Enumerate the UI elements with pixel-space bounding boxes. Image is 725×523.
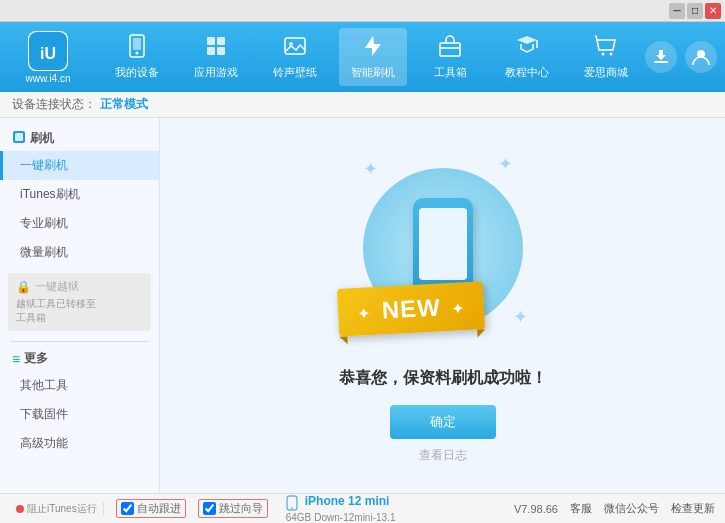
svg-rect-5 bbox=[207, 37, 215, 45]
svg-point-14 bbox=[601, 53, 604, 56]
sparkle-1: ✦ bbox=[363, 158, 378, 180]
svg-rect-7 bbox=[207, 47, 215, 55]
sidebar-divider bbox=[10, 341, 149, 342]
nav-mall-label: 爱思商城 bbox=[584, 65, 628, 80]
service-link[interactable]: 客服 bbox=[570, 501, 592, 516]
nav-smart-flash-label: 智能刷机 bbox=[351, 65, 395, 80]
jailbreak-note: 越狱工具已转移至工具箱 bbox=[16, 297, 143, 325]
svg-rect-19 bbox=[15, 133, 23, 141]
minimize-button[interactable]: ─ bbox=[669, 3, 685, 19]
ribbon-tail-right bbox=[477, 329, 485, 337]
download-button[interactable] bbox=[645, 41, 677, 73]
device-storage: 64GB bbox=[286, 512, 312, 523]
sidebar-item-one-click-flash[interactable]: 一键刷机 bbox=[0, 151, 159, 180]
nav-bar: 我的设备 应用游戏 铃声壁纸 智能刷机 工具箱 bbox=[98, 28, 645, 86]
status-bar: 设备连接状态： 正常模式 bbox=[0, 92, 725, 118]
status-value: 正常模式 bbox=[100, 96, 148, 113]
device-name: iPhone 12 mini bbox=[305, 494, 390, 508]
apps-icon bbox=[204, 34, 228, 63]
flash-section-header: 刷机 bbox=[0, 126, 159, 151]
maximize-button[interactable]: □ bbox=[687, 3, 703, 19]
flash-section-icon bbox=[12, 130, 26, 147]
bottom-bar: 阻止iTunes运行 自动跟进 跳过向导 iPhone 12 mini 64GB… bbox=[0, 493, 725, 523]
device-icon-small bbox=[286, 495, 298, 511]
svg-text:iU: iU bbox=[40, 45, 56, 62]
wechat-link[interactable]: 微信公众号 bbox=[604, 501, 659, 516]
content-area: ✦ ✦ ✦ ✦ NEW ✦ 恭喜您，保资 bbox=[160, 118, 725, 493]
itunes-status: 阻止iTunes运行 bbox=[10, 502, 104, 516]
close-button[interactable]: ✕ bbox=[705, 3, 721, 19]
auto-follow-checkbox[interactable] bbox=[121, 502, 134, 515]
ribbon-tail-left bbox=[339, 336, 347, 344]
nav-toolbox[interactable]: 工具箱 bbox=[418, 28, 482, 86]
phone-screen bbox=[419, 208, 467, 280]
svg-rect-4 bbox=[133, 38, 141, 50]
jailbreak-label: 🔒 一键越狱 bbox=[16, 279, 143, 294]
success-message: 恭喜您，保资料刷机成功啦！ bbox=[339, 368, 547, 389]
sidebar-item-advanced[interactable]: 高级功能 bbox=[0, 429, 159, 458]
toolbox-icon bbox=[438, 34, 462, 63]
device-info: iPhone 12 mini 64GB Down-12mini-13.1 bbox=[286, 494, 396, 522]
svg-rect-8 bbox=[217, 47, 225, 55]
nav-apps[interactable]: 应用游戏 bbox=[182, 28, 250, 86]
bottom-right: V7.98.66 客服 微信公众号 检查更新 bbox=[514, 501, 715, 516]
itunes-status-label: 阻止iTunes运行 bbox=[27, 502, 97, 516]
more-section-header: ≡ 更多 bbox=[0, 346, 159, 371]
auto-follow-label: 自动跟进 bbox=[137, 501, 181, 516]
auto-follow-item: 自动跟进 bbox=[116, 499, 186, 518]
sidebar-item-other-tools[interactable]: 其他工具 bbox=[0, 371, 159, 400]
mall-icon bbox=[594, 34, 618, 63]
svg-point-15 bbox=[609, 53, 612, 56]
sidebar-item-pro-flash[interactable]: 专业刷机 bbox=[0, 209, 159, 238]
nav-tutorial-label: 教程中心 bbox=[505, 65, 549, 80]
new-badge: ✦ NEW ✦ bbox=[336, 281, 485, 337]
svg-point-21 bbox=[291, 507, 293, 509]
header-right bbox=[645, 41, 717, 73]
nav-my-device[interactable]: 我的设备 bbox=[103, 28, 171, 86]
tutorial-icon bbox=[515, 34, 539, 63]
more-section-icon: ≡ bbox=[12, 351, 20, 367]
nav-mall[interactable]: 爱思商城 bbox=[572, 28, 640, 86]
sidebar: 刷机 一键刷机 iTunes刷机 专业刷机 微量刷机 🔒 一键越狱 越狱工具已转… bbox=[0, 118, 160, 493]
version-label: V7.98.66 bbox=[514, 503, 558, 515]
new-badge-container: ✦ NEW ✦ bbox=[338, 285, 484, 333]
skip-wizard-item: 跳过向导 bbox=[198, 499, 268, 518]
wallpaper-icon bbox=[283, 34, 307, 63]
device-model: Down-12mini-13.1 bbox=[314, 512, 395, 523]
sparkle-2: ✦ bbox=[498, 153, 513, 175]
svg-rect-6 bbox=[217, 37, 225, 45]
svg-rect-16 bbox=[654, 61, 668, 63]
logo[interactable]: iU www.i4.cn bbox=[8, 27, 88, 87]
svg-point-3 bbox=[136, 52, 139, 55]
sidebar-item-wipe-flash[interactable]: 微量刷机 bbox=[0, 238, 159, 267]
itunes-status-dot bbox=[16, 505, 24, 513]
more-section-label: 更多 bbox=[24, 350, 48, 367]
goto-log-link[interactable]: 查看日志 bbox=[419, 447, 467, 464]
nav-tutorial[interactable]: 教程中心 bbox=[493, 28, 561, 86]
success-illustration: ✦ ✦ ✦ ✦ NEW ✦ bbox=[353, 148, 533, 348]
nav-apps-label: 应用游戏 bbox=[194, 65, 238, 80]
nav-wallpaper[interactable]: 铃声壁纸 bbox=[261, 28, 329, 86]
flash-icon bbox=[361, 34, 385, 63]
skip-wizard-checkbox[interactable] bbox=[203, 502, 216, 515]
sidebar-item-itunes-flash[interactable]: iTunes刷机 bbox=[0, 180, 159, 209]
device-icon bbox=[125, 34, 149, 63]
skip-wizard-label: 跳过向导 bbox=[219, 501, 263, 516]
status-label: 设备连接状态： bbox=[12, 96, 96, 113]
nav-smart-flash[interactable]: 智能刷机 bbox=[339, 28, 407, 86]
flash-section-label: 刷机 bbox=[30, 130, 54, 147]
header: iU www.i4.cn 我的设备 应用游戏 铃声壁纸 bbox=[0, 22, 725, 92]
sparkle-3: ✦ bbox=[513, 306, 528, 328]
user-button[interactable] bbox=[685, 41, 717, 73]
update-link[interactable]: 检查更新 bbox=[671, 501, 715, 516]
jailbreak-section: 🔒 一键越狱 越狱工具已转移至工具箱 bbox=[8, 273, 151, 331]
confirm-button[interactable]: 确定 bbox=[390, 405, 496, 439]
logo-url: www.i4.cn bbox=[25, 73, 70, 84]
logo-icon: iU bbox=[28, 31, 68, 71]
title-bar: ─ □ ✕ bbox=[0, 0, 725, 22]
main-layout: 刷机 一键刷机 iTunes刷机 专业刷机 微量刷机 🔒 一键越狱 越狱工具已转… bbox=[0, 118, 725, 493]
nav-wallpaper-label: 铃声壁纸 bbox=[273, 65, 317, 80]
lock-icon: 🔒 bbox=[16, 280, 31, 294]
sidebar-item-download-firmware[interactable]: 下载固件 bbox=[0, 400, 159, 429]
nav-my-device-label: 我的设备 bbox=[115, 65, 159, 80]
